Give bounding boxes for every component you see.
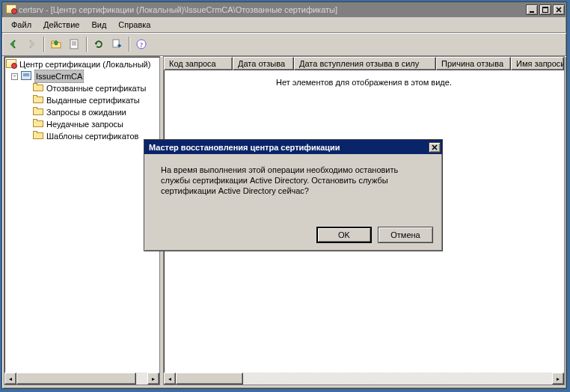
tree-root[interactable]: Центр сертификации (Локальный)	[6, 58, 158, 70]
list-hscroll[interactable]: ◂ ▸	[164, 373, 564, 385]
tree-hscroll[interactable]: ◂ ▸	[4, 373, 159, 385]
server-icon	[21, 71, 31, 82]
tree-item-label: Отозванные сертификаты	[46, 82, 146, 94]
tree-item-revoked[interactable]: Отозванные сертификаты	[6, 82, 158, 94]
dialog-message: На время выполнения этой операции необхо…	[161, 165, 398, 195]
col-reason[interactable]: Причина отзыва	[436, 57, 511, 70]
tree-root-label: Центр сертификации (Локальный)	[19, 58, 150, 70]
tree-ca-node[interactable]: - IssueCrmCA	[6, 70, 158, 82]
window-title-app: certsrv	[19, 5, 43, 14]
svg-rect-5	[70, 40, 78, 49]
dialog-close-button[interactable]	[429, 142, 441, 153]
cert-auth-icon	[6, 59, 16, 70]
dialog-title: Мастер восстановления центра сертификаци…	[146, 143, 427, 152]
maximize-button[interactable]	[539, 4, 551, 15]
tree-item-label: Выданные сертификаты	[46, 94, 140, 106]
tool-refresh[interactable]	[91, 36, 107, 52]
scroll-left-icon[interactable]: ◂	[4, 373, 16, 385]
close-button[interactable]	[553, 4, 565, 15]
tree-item-issued[interactable]: Выданные сертификаты	[6, 94, 158, 106]
tree-item-label: Запросы в ожидании	[46, 106, 126, 118]
tool-up[interactable]	[48, 36, 64, 52]
cancel-button[interactable]: Отмена	[378, 227, 433, 243]
sys-buttons	[524, 4, 565, 15]
svg-rect-2	[542, 7, 548, 8]
col-request-id[interactable]: Код запроса	[164, 57, 233, 70]
col-effective-date[interactable]: Дата вступления отзыва в силу	[294, 57, 436, 70]
tool-export[interactable]	[108, 36, 125, 52]
tool-forward[interactable]	[23, 36, 40, 52]
expander-minus-icon[interactable]: -	[11, 73, 18, 80]
list-empty-text: Нет элементов для отображения в этом вид…	[276, 78, 452, 87]
col-revoke-date[interactable]: Дата отзыва	[233, 57, 294, 70]
svg-rect-0	[530, 11, 534, 13]
ok-button[interactable]: OK	[316, 227, 372, 243]
dialog-buttons: OK Отмена	[316, 227, 433, 243]
menubar: Файл Действие Вид Справка	[2, 17, 566, 33]
dialog-titlebar: Мастер восстановления центра сертификаци…	[144, 140, 442, 154]
menu-file[interactable]: Файл	[5, 19, 37, 31]
tree-item-templates[interactable]: Шаблоны сертификатов	[6, 130, 158, 142]
app-icon	[6, 4, 16, 15]
scroll-right-icon[interactable]: ▸	[552, 373, 564, 385]
menu-view[interactable]: Вид	[85, 19, 112, 31]
column-headers: Код запроса Дата отзыва Дата вступления …	[164, 57, 564, 70]
scroll-right-icon[interactable]: ▸	[147, 373, 159, 385]
folder-icon	[33, 83, 43, 94]
scroll-thumb[interactable]	[176, 373, 243, 385]
dialog-body: На время выполнения этой операции необхо…	[144, 154, 442, 196]
tool-help[interactable]: ?	[133, 36, 150, 52]
svg-text:?: ?	[140, 41, 144, 49]
menu-help[interactable]: Справка	[112, 19, 156, 31]
folder-icon	[33, 95, 43, 105]
folder-icon	[33, 107, 43, 117]
tree-ca-label: IssueCrmCA	[34, 70, 84, 83]
tree: Центр сертификации (Локальный) - IssueCr…	[4, 57, 159, 144]
titlebar: certsrv - [Центр сертификации (Локальный…	[2, 2, 566, 17]
tool-sep-1	[43, 37, 44, 52]
tool-back[interactable]	[5, 36, 22, 52]
window-title-path: [Центр сертификации (Локальный)\IssueCrm…	[51, 5, 337, 14]
minimize-button[interactable]	[526, 4, 538, 15]
window-title: certsrv - [Центр сертификации (Локальный…	[19, 5, 524, 14]
scroll-left-icon[interactable]: ◂	[164, 373, 176, 385]
col-requester[interactable]: Имя запросив	[511, 57, 564, 70]
scroll-thumb[interactable]	[16, 373, 136, 385]
tree-item-failed[interactable]: Неудачные запросы	[6, 118, 158, 130]
tree-item-label: Шаблоны сертификатов	[46, 130, 138, 142]
tool-sep-2	[86, 37, 87, 52]
folder-icon	[33, 131, 43, 141]
restore-wizard-dialog: Мастер восстановления центра сертификаци…	[144, 139, 443, 251]
toolbar: ?	[2, 33, 566, 56]
folder-icon	[33, 119, 43, 129]
tool-properties[interactable]	[66, 36, 82, 52]
tree-item-pending[interactable]: Запросы в ожидании	[6, 106, 158, 118]
tool-sep-3	[129, 37, 129, 52]
tree-pane: Центр сертификации (Локальный) - IssueCr…	[4, 56, 160, 385]
menu-action[interactable]: Действие	[37, 19, 85, 31]
tree-item-label: Неудачные запросы	[46, 118, 123, 130]
